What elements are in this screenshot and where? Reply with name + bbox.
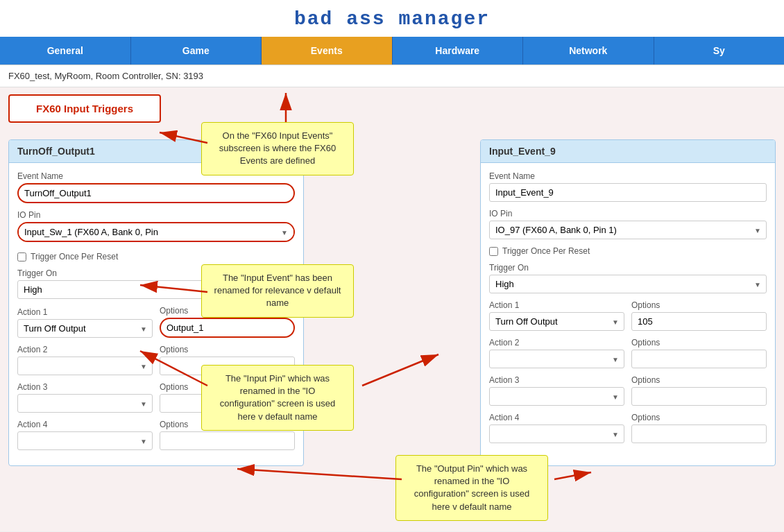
annotation-4: The "Output Pin" which was renamed in th…: [395, 455, 548, 521]
main-content: FX60 Input Triggers On the "FX60 Input E…: [0, 87, 784, 531]
left-action4-label: Action 4: [17, 420, 153, 429]
right-io-pin-group: IO Pin IO_97 (FX60 A, Bank 0, Pin 1): [489, 209, 767, 239]
left-io-pin-group: IO Pin Input_Sw_1 (FX60 A, Bank 0, Pin: [17, 210, 295, 245]
right-options2-input[interactable]: [631, 350, 767, 368]
tab-general[interactable]: General: [0, 37, 131, 65]
app-wrapper: bad ass manager General Game Events Hard…: [0, 0, 784, 531]
right-action1-row: Action 1 Turn Off Output Options: [489, 300, 767, 331]
left-trigger-once-label: Trigger Once Per Reset: [31, 252, 118, 261]
tab-events[interactable]: Events: [262, 37, 393, 65]
panels-row: TurnOff_Output1 Event Name IO Pin: [8, 139, 776, 466]
left-event-name-input[interactable]: [17, 183, 295, 203]
left-io-pin-select[interactable]: Input_Sw_1 (FX60 A, Bank 0, Pin: [19, 223, 293, 241]
app-title: bad ass manager: [0, 0, 784, 37]
right-trigger-once-row: Trigger Once Per Reset: [489, 246, 767, 256]
right-action1-label: Action 1: [489, 300, 624, 310]
right-action2-row: Action 2 Options: [489, 338, 767, 368]
right-options4-group: Options: [631, 413, 767, 443]
left-action2-group: Action 2: [17, 345, 153, 375]
right-options3-input[interactable]: [631, 387, 767, 406]
right-action2-group: Action 2: [489, 338, 624, 368]
annotation-1: On the "FX60 Input Events" subscreen is …: [201, 122, 354, 175]
left-action3-group: Action 3: [17, 382, 153, 413]
right-io-pin-label: IO Pin: [489, 209, 767, 218]
left-action1-select[interactable]: Turn Off Output: [17, 319, 153, 338]
right-action3-label: Action 3: [489, 375, 624, 385]
right-action2-select[interactable]: [489, 350, 624, 368]
right-action4-row: Action 4 Options: [489, 413, 767, 443]
left-trigger-once-checkbox[interactable]: [17, 252, 26, 261]
left-options2-label: Options: [160, 345, 295, 354]
right-action1-group: Action 1 Turn Off Output: [489, 300, 624, 331]
left-action3-select[interactable]: [17, 394, 153, 413]
left-action1-group: Action 1 Turn Off Output: [17, 307, 153, 338]
left-event-name-group: Event Name: [17, 171, 295, 203]
right-io-pin-select[interactable]: IO_97 (FX60 A, Bank 0, Pin 1): [489, 221, 767, 239]
tab-sy[interactable]: Sy: [654, 37, 785, 65]
right-action4-group: Action 4: [489, 413, 624, 443]
right-trigger-on-select[interactable]: High Low: [489, 275, 767, 293]
right-options4-input[interactable]: [631, 424, 767, 443]
right-options1-group: Options: [631, 300, 767, 331]
right-action4-select[interactable]: [489, 424, 624, 443]
right-action3-row: Action 3 Options: [489, 375, 767, 406]
svg-line-8: [554, 472, 591, 479]
right-panel-body: Event Name IO Pin IO_97 (FX60 A, Bank 0,…: [481, 163, 775, 458]
nav-bar: General Game Events Hardware Network Sy: [0, 37, 784, 65]
right-event-name-group: Event Name: [489, 171, 767, 202]
right-options1-input[interactable]: [631, 312, 767, 331]
left-action3-label: Action 3: [17, 382, 153, 392]
left-trigger-once-row: Trigger Once Per Reset: [17, 252, 295, 261]
left-io-pin-label: IO Pin: [17, 210, 295, 220]
right-action3-select[interactable]: [489, 387, 624, 406]
tab-hardware[interactable]: Hardware: [393, 37, 524, 65]
right-action3-group: Action 3: [489, 375, 624, 406]
right-trigger-once-checkbox[interactable]: [489, 247, 498, 256]
left-action1-label: Action 1: [17, 307, 153, 317]
right-action1-select[interactable]: Turn Off Output: [489, 312, 624, 331]
right-event-name-input[interactable]: [489, 183, 767, 202]
left-options4-input[interactable]: [160, 431, 295, 450]
right-options4-label: Options: [631, 413, 767, 422]
right-options1-label: Options: [631, 300, 767, 310]
right-panel-header: Input_Event_9: [481, 140, 775, 163]
right-action2-label: Action 2: [489, 338, 624, 347]
breadcrumb: FX60_test, MyRoom, Room Controller, SN: …: [0, 65, 784, 87]
annotation-2: The "Input Event" has been renamed for r…: [201, 264, 354, 318]
right-event-name-label: Event Name: [489, 171, 767, 181]
right-action4-label: Action 4: [489, 413, 624, 422]
right-options3-group: Options: [631, 375, 767, 406]
right-trigger-once-label: Trigger Once Per Reset: [502, 246, 590, 256]
right-options2-label: Options: [631, 338, 767, 347]
fx60-input-triggers-button[interactable]: FX60 Input Triggers: [8, 94, 161, 123]
left-action2-select[interactable]: [17, 357, 153, 375]
tab-network[interactable]: Network: [523, 37, 654, 65]
right-trigger-on-label: Trigger On: [489, 263, 767, 273]
left-action2-label: Action 2: [17, 345, 153, 354]
left-action4-select[interactable]: [17, 431, 153, 450]
right-panel: Input_Event_9 Event Name IO Pin I: [480, 139, 776, 466]
right-options3-label: Options: [631, 375, 767, 385]
svg-line-7: [237, 469, 402, 479]
right-trigger-on-group: Trigger On High Low: [489, 263, 767, 293]
left-options1-input[interactable]: [160, 318, 295, 338]
tab-game[interactable]: Game: [131, 37, 262, 65]
right-options2-group: Options: [631, 338, 767, 368]
annotation-3: The "Input Pin" which was renamed in the…: [201, 365, 354, 431]
left-action4-group: Action 4: [17, 420, 153, 450]
